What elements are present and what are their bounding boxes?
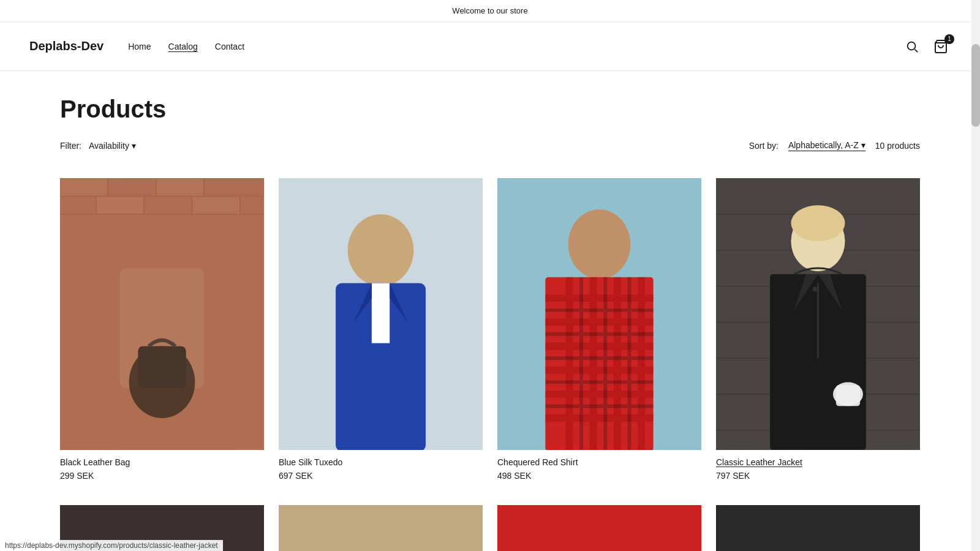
page-title: Products (60, 96, 920, 123)
product-image (279, 178, 483, 450)
nav-list: Home Catalog Contact (128, 42, 244, 51)
svg-rect-12 (240, 197, 264, 214)
product-name: Black Leather Bag (60, 457, 264, 467)
product-name[interactable]: Classic Leather Jacket (716, 457, 920, 467)
cart-button[interactable]: 1 (931, 37, 951, 56)
nav-item-contact[interactable]: Contact (215, 42, 244, 51)
svg-rect-13 (120, 268, 204, 388)
scrollbar-thumb[interactable] (971, 44, 980, 127)
product-card[interactable]: Black Leather Bag 299 SEK (60, 178, 264, 481)
bag-illustration (60, 178, 264, 450)
product-image (716, 178, 920, 450)
header-left: Deplabs-Dev Home Catalog Contact (29, 39, 244, 53)
product-image-partial (497, 505, 701, 551)
sort-right: Sort by: Alphabetically, A-Z ▾ 10 produc… (749, 140, 920, 151)
svg-point-56 (791, 205, 845, 241)
svg-point-0 (908, 42, 916, 50)
status-bar: https://deplabs-dev.myshopify.com/produc… (0, 540, 223, 551)
svg-rect-63 (836, 385, 860, 406)
svg-point-17 (348, 214, 414, 287)
scrollbar-track[interactable] (971, 0, 980, 551)
svg-rect-7 (204, 178, 264, 196)
jacket-illustration (716, 178, 920, 450)
product-name: Chequered Red Shirt (497, 457, 701, 467)
svg-rect-9 (96, 197, 144, 214)
shirt-illustration (497, 178, 701, 450)
tuxedo-illustration (279, 178, 483, 450)
svg-rect-5 (108, 178, 156, 196)
product-name: Blue Silk Tuxedo (279, 457, 483, 467)
svg-rect-6 (156, 178, 204, 196)
product-image-wrap (60, 178, 264, 450)
svg-line-1 (915, 49, 918, 52)
availability-label: Availability (89, 141, 129, 151)
logo[interactable]: Deplabs-Dev (29, 39, 104, 53)
svg-rect-3 (60, 178, 264, 450)
product-card-partial[interactable] (497, 505, 701, 551)
product-price: 498 SEK (497, 471, 701, 481)
product-price: 697 SEK (279, 471, 483, 481)
product-count: 10 products (875, 141, 920, 151)
svg-point-26 (568, 209, 631, 279)
svg-rect-22 (372, 283, 390, 343)
sort-select[interactable]: Alphabetically, A-Z ▾ (788, 140, 865, 151)
status-url: https://deplabs-dev.myshopify.com/produc… (5, 541, 218, 550)
svg-point-61 (813, 287, 818, 291)
nav-item-home[interactable]: Home (128, 42, 151, 51)
product-card-partial[interactable] (279, 505, 483, 551)
svg-rect-8 (60, 197, 96, 214)
header: Deplabs-Dev Home Catalog Contact (0, 22, 980, 71)
main-nav: Home Catalog Contact (128, 42, 244, 51)
product-image (60, 178, 264, 450)
product-image (497, 178, 701, 450)
availability-filter[interactable]: Availability ▾ (89, 141, 136, 151)
svg-rect-11 (192, 197, 239, 214)
product-price: 797 SEK (716, 471, 920, 481)
product-image-wrap (279, 178, 483, 450)
cart-badge: 1 (944, 34, 954, 44)
product-image-wrap (716, 178, 920, 450)
sort-chevron-icon: ▾ (861, 140, 865, 150)
product-price: 299 SEK (60, 471, 264, 481)
search-button[interactable] (903, 37, 921, 56)
product-card[interactable]: Blue Silk Tuxedo 697 SEK (279, 178, 483, 481)
product-grid: Black Leather Bag 299 SEK (60, 178, 920, 481)
product-image-partial (279, 505, 483, 551)
main-content: Products Filter: Availability ▾ Sort by:… (31, 71, 949, 551)
product-card[interactable]: Classic Leather Jacket 797 SEK (716, 178, 920, 481)
product-image-wrap (497, 178, 701, 450)
sort-label: Sort by: (749, 141, 778, 151)
filter-chevron-icon: ▾ (132, 141, 136, 151)
filter-label: Filter: (60, 141, 81, 151)
sort-value: Alphabetically, A-Z (788, 140, 859, 150)
announcement-text: Welcome to our store (452, 6, 527, 15)
filter-sort-bar: Filter: Availability ▾ Sort by: Alphabet… (60, 140, 920, 161)
search-icon (905, 40, 919, 53)
svg-rect-27 (545, 277, 653, 450)
svg-point-14 (129, 346, 195, 418)
announcement-bar: Welcome to our store (0, 0, 980, 22)
svg-rect-15 (138, 346, 186, 388)
svg-rect-4 (60, 178, 108, 196)
svg-rect-10 (144, 197, 192, 214)
product-image-partial (716, 505, 920, 551)
nav-item-catalog[interactable]: Catalog (168, 42, 198, 51)
header-right: 1 (903, 37, 951, 56)
product-card[interactable]: Chequered Red Shirt 498 SEK (497, 178, 701, 481)
filter-left: Filter: Availability ▾ (60, 141, 136, 151)
product-card-partial[interactable] (716, 505, 920, 551)
